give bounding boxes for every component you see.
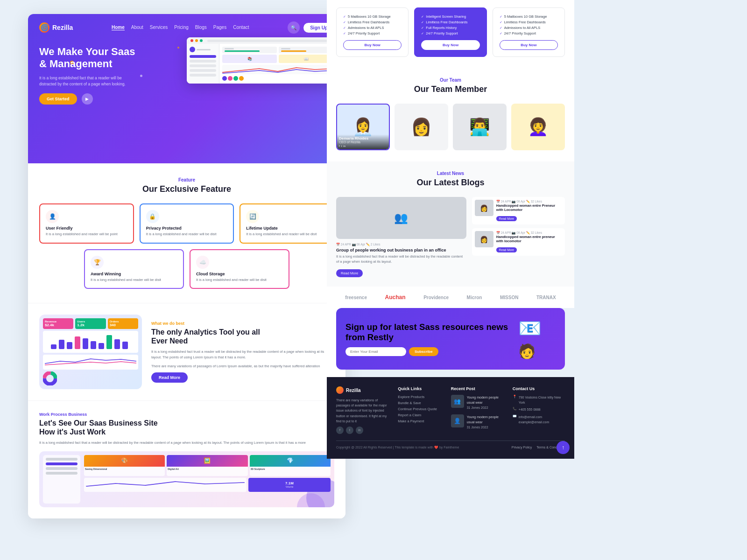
footer-about-text: There are many variations of passages of…	[336, 398, 388, 424]
buy-now-3[interactable]: Buy Now	[500, 40, 558, 50]
check-icon-f4: ✓	[421, 32, 424, 35]
feature-icon-user: 👤	[46, 210, 59, 223]
line-chart-svg	[45, 357, 136, 366]
read-more-button[interactable]: Read More	[151, 372, 188, 383]
blog-main-post: 👥 📅 24 APR 📷 08 Apr ✏️ 2 Likes Group of …	[336, 197, 466, 277]
work-label: Work Process Business	[39, 412, 334, 417]
blog-read-more-1[interactable]: Read More	[496, 216, 517, 221]
pricing-feat-3-1: ✓ 5 Mailboxes 10 GB Storage	[500, 14, 558, 19]
scroll-to-top-button[interactable]: ↑	[557, 441, 570, 454]
phone-icon: 📞	[513, 407, 517, 412]
blog-read-more-main[interactable]: Read More	[336, 269, 363, 277]
team-section: Our Team Our Team Member 👩‍💼 Demaria Rho…	[327, 66, 574, 161]
work-chart-mini	[84, 478, 247, 492]
newsletter-email-input[interactable]	[345, 347, 406, 356]
pricing-feat-1-2: ✓ Limitless Free Dashboards	[343, 20, 402, 24]
logo: 🌀 Rezilla	[39, 22, 73, 33]
check-icon-32: ✓	[500, 21, 502, 24]
feature-name-1: User Friendly	[46, 226, 127, 231]
footer-facebook[interactable]: f	[336, 427, 344, 434]
blog-side-img-2: 👩	[475, 231, 493, 247]
pricing-cards: ✓ 5 Mailboxes 10 GB Storage ✓ Limitless …	[336, 7, 565, 57]
nav-links: Home About Services Pricing Blogs Pages …	[112, 25, 249, 30]
twitter-icon[interactable]: t	[341, 145, 342, 147]
check-icon-f3: ✓	[421, 26, 424, 30]
footer-link-4[interactable]: Report a Claim	[398, 413, 441, 417]
twitter-icon-footer: t	[349, 428, 350, 432]
analytics-cards-row: Revenue $2.4k Users 1.2k Orders 340	[43, 318, 138, 329]
pricing-feat-text-f1: Intelligent Screen Sharing	[426, 14, 466, 19]
work-stat-label: Volume	[286, 485, 294, 488]
search-button[interactable]: 🔍	[288, 21, 300, 34]
get-started-button[interactable]: Get Started	[39, 93, 77, 105]
mail-illustration-icon: 📧	[518, 318, 542, 338]
nav-pricing[interactable]: Pricing	[174, 25, 189, 30]
nav-about[interactable]: About	[131, 25, 143, 30]
newsletter-illustration: 📧 🧑	[518, 317, 556, 360]
feature-label: Feature	[39, 177, 334, 182]
check-icon-2: ✓	[343, 21, 346, 24]
nav-blogs[interactable]: Blogs	[195, 25, 207, 30]
feature-name-4: Award Winning	[91, 272, 177, 276]
check-icon-33: ✓	[500, 26, 502, 30]
team-title: Our Team Member	[336, 84, 565, 94]
blog-read-more-2[interactable]: Read More	[496, 247, 517, 252]
recent-post-text-2: Young modern people usual wear 31 Jones …	[467, 414, 503, 430]
nav-home[interactable]: Home	[112, 25, 125, 30]
footer: Rezilla There are many variations of pas…	[327, 377, 574, 459]
pricing-feat-text-1-1: 5 Mailboxes 10 GB Storage	[348, 14, 391, 19]
contact-phone: +405 555 0888	[519, 407, 541, 412]
contact-email: info@email.com example@email.com	[519, 414, 565, 425]
svg-rect-0	[51, 344, 56, 349]
nav-pages[interactable]: Pages	[213, 25, 226, 30]
work-stat-value: 7.1M	[285, 481, 294, 485]
pricing-feat-text-3-1: 5 Mailboxes 10 GB Storage	[504, 14, 547, 19]
analytics-mockup: Revenue $2.4k Users 1.2k Orders 340	[39, 315, 142, 389]
team-member-3: 👨‍💻	[453, 104, 507, 150]
pricing-section: ✓ 5 Mailboxes 10 GB Storage ✓ Limitless …	[327, 0, 574, 66]
recent-post-title-1: Young modern people usual wear	[467, 395, 503, 405]
footer-linkedin[interactable]: in	[356, 427, 363, 434]
contact-address-row: 📍 790 Vostoins Close kitty New York	[513, 395, 565, 405]
pricing-feat-text-1-4: 24/7 Priority Support	[348, 31, 380, 35]
nav-contact[interactable]: Contact	[233, 25, 249, 30]
buy-now-1[interactable]: Buy Now	[343, 40, 402, 50]
buy-now-featured[interactable]: Buy Now	[421, 40, 479, 50]
pricing-feat-1-4: ✓ 24/7 Priority Support	[343, 31, 402, 35]
play-button[interactable]: ▶	[82, 93, 93, 105]
footer-link-5[interactable]: Make a Payment	[398, 419, 441, 423]
subscribe-button[interactable]: Subscribe	[409, 347, 438, 356]
feature-desc-5: It is a long established and reader will…	[196, 278, 283, 283]
person-avatar-1: 👩‍💼	[352, 117, 374, 137]
feature-desc-3: It is a long established and reader will…	[246, 232, 328, 237]
instagram-icon[interactable]: in	[343, 145, 345, 147]
privacy-policy-link[interactable]: Privacy Policy	[512, 446, 532, 449]
analytics-mockup-content: Revenue $2.4k Users 1.2k Orders 340	[39, 315, 142, 373]
stat-card-pink: Revenue $2.4k	[43, 318, 73, 329]
pricing-feat-text-f4: 24/7 Priority Support	[426, 31, 458, 35]
pie-chart	[43, 371, 57, 385]
work-cards-row: 🎨 Seeing Dimensional 🖼️ Digital Art 💎 3D…	[84, 455, 331, 476]
partner-freesence: freesence	[345, 295, 367, 300]
logo-text: Rezilla	[52, 24, 73, 31]
character-illustration: 🧑	[518, 343, 536, 359]
check-icon-3: ✓	[343, 26, 346, 30]
footer-contact-title: Contact Us	[513, 386, 565, 391]
pricing-card-3: ✓ 5 Mailboxes 10 GB Storage ✓ Limitless …	[493, 7, 565, 57]
footer-link-1[interactable]: Explore Products	[398, 395, 441, 399]
ws-bar-2	[46, 467, 78, 470]
blog-label: Latest News	[336, 171, 565, 176]
work-line-svg	[86, 480, 245, 488]
facebook-icon[interactable]: f	[339, 145, 340, 147]
hero-description: It is a long established fact that a rea…	[39, 75, 133, 87]
footer-link-2[interactable]: Bundle & Save	[398, 401, 441, 405]
partner-tranax: TRANAX	[536, 295, 556, 300]
nav-services[interactable]: Services	[150, 25, 168, 30]
pricing-feat-2-2: ✓ Limitless Free Dashboards	[421, 20, 479, 24]
footer-link-3[interactable]: Continue Previous Quote	[398, 407, 441, 411]
feature-icon-award: 🏆	[91, 256, 104, 269]
blog-section: Latest News Our Latest Blogs 👥 📅 24 APR …	[327, 161, 574, 287]
blog-side-posts: 👩 📅 24 APR 📷 08 Apr ✏️ 32 Likes Handicop…	[472, 197, 565, 277]
footer-twitter[interactable]: t	[346, 427, 353, 434]
svg-rect-6	[99, 343, 104, 349]
